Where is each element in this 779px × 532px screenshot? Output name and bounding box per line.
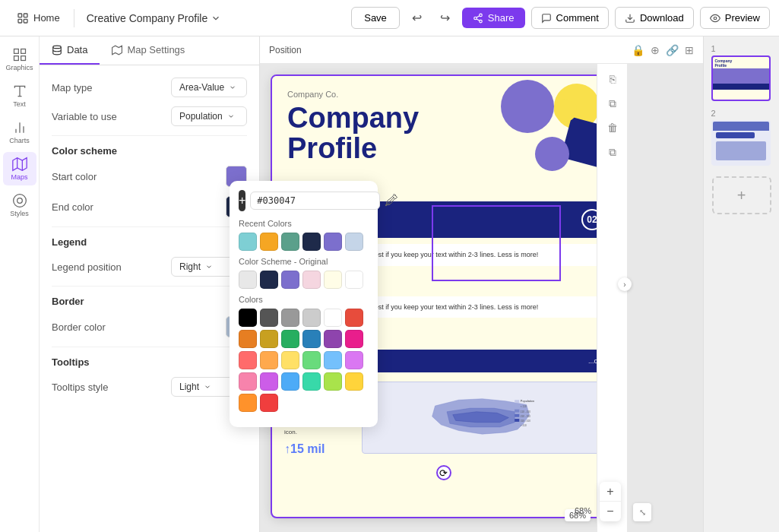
recent-color-dot[interactable] (260, 233, 278, 251)
svg-point-5 (474, 17, 477, 20)
palette-color-dot[interactable] (324, 351, 342, 369)
sidebar-item-styles[interactable]: Styles (3, 188, 36, 222)
lock-icon[interactable]: 🔒 (632, 44, 644, 56)
download-button[interactable]: Download (615, 7, 694, 29)
palette-color-dot[interactable] (302, 372, 321, 391)
variable-dropdown[interactable]: Population (171, 106, 247, 126)
palette-color-dot[interactable] (260, 351, 278, 369)
align-icon[interactable]: ⊕ (651, 44, 660, 56)
border-title: Border (52, 296, 247, 307)
chevron-down-icon (211, 13, 221, 24)
layers-icon[interactable]: ⧉ (602, 141, 623, 163)
palette-color-dot[interactable] (324, 330, 342, 348)
grid-icon[interactable]: ⊞ (685, 44, 694, 56)
preview-button[interactable]: Preview (700, 7, 770, 29)
color-scheme-title: Color scheme (52, 145, 247, 157)
chevron-icon (229, 84, 236, 91)
thumb-2[interactable]: 2 (711, 109, 772, 166)
palette-color-dot[interactable] (345, 372, 363, 391)
map-type-dropdown[interactable]: Area-Value (171, 78, 247, 97)
recent-color-dot[interactable] (281, 233, 299, 251)
home-button[interactable]: Home (9, 8, 68, 29)
recent-color-dot[interactable] (345, 233, 363, 251)
collapse-panel-arrow[interactable]: › (618, 277, 632, 291)
svg-point-6 (480, 20, 483, 23)
settings-panel: Data Map Settings Map type Area-Value Va… (40, 36, 260, 532)
palette-color-dot[interactable] (345, 351, 363, 369)
scheme-color-dot[interactable] (324, 271, 342, 289)
palette-color-dot[interactable] (239, 372, 257, 391)
zoom-out-button[interactable]: − (600, 502, 621, 521)
share-button[interactable]: Share (462, 8, 525, 28)
thumb-1-img[interactable]: CompanyProfile (711, 55, 771, 101)
sidebar-item-graphics[interactable]: Graphics (3, 43, 36, 76)
position-label: Position (269, 45, 302, 55)
sidebar-item-maps[interactable]: Maps (3, 152, 36, 185)
variable-label: Variable to use (52, 111, 117, 122)
copy-icon[interactable]: ⎘ (602, 68, 623, 90)
palette-color-dot[interactable] (260, 309, 278, 327)
palette-color-dot[interactable] (239, 394, 257, 412)
comment-icon (541, 13, 552, 24)
save-button[interactable]: Save (351, 7, 400, 29)
hex-input[interactable] (250, 192, 380, 210)
document-title[interactable]: Creative Company Profile (81, 9, 228, 27)
comment-button[interactable]: Comment (531, 7, 609, 29)
scheme-color-dot[interactable] (281, 271, 299, 289)
recent-color-dot[interactable] (239, 233, 257, 251)
palette-color-dot[interactable] (324, 309, 342, 327)
palette-color-dot[interactable] (281, 330, 299, 348)
tooltips-style-row: Tooltips style Light (52, 377, 247, 397)
palette-color-dot[interactable] (302, 309, 321, 327)
eyedropper-icon[interactable]: 🖉 (385, 193, 398, 209)
palette-color-dot[interactable] (345, 309, 363, 327)
start-color-label: Start color (52, 171, 97, 182)
thumb-2-num: 2 (711, 109, 772, 118)
palette-color-dot[interactable] (239, 330, 257, 348)
sidebar-item-text[interactable]: Text (3, 79, 36, 112)
svg-marker-26 (112, 46, 122, 55)
duplicate-icon[interactable]: ⧉ (602, 93, 623, 114)
picker-plus-btn[interactable]: + (239, 190, 245, 211)
graphics-icon (12, 47, 27, 62)
trash-icon[interactable]: 🗑 (602, 117, 623, 138)
position-bar: Position 🔒 ⊕ 🔗 ⊞ (260, 36, 703, 64)
palette-color-dot[interactable] (345, 330, 363, 348)
palette-color-dot[interactable] (239, 309, 257, 327)
topbar-divider (74, 9, 74, 27)
zoom-in-button[interactable]: + (600, 482, 621, 502)
palette-color-dot[interactable] (281, 351, 299, 369)
palette-color-dot[interactable] (302, 330, 321, 348)
border-color-label: Border color (52, 321, 106, 333)
tab-data[interactable]: Data (40, 36, 100, 65)
palette-color-dot[interactable] (324, 372, 342, 391)
tab-map-settings[interactable]: Map Settings (100, 36, 197, 65)
add-slide-button[interactable]: + (712, 176, 771, 214)
scheme-color-dot[interactable] (302, 271, 321, 289)
amount-2: ↑15 mil (284, 442, 353, 456)
picker-top-row: + 🖉 (239, 190, 369, 211)
thumb-2-img[interactable] (711, 120, 771, 166)
svg-rect-31 (515, 414, 519, 417)
sidebar-item-charts[interactable]: Charts (3, 116, 36, 149)
undo-button[interactable]: ↩ (406, 6, 428, 30)
map-type-row: Map type Area-Value (52, 78, 247, 97)
svg-text:> 410: > 410 (521, 424, 527, 427)
palette-color-dot[interactable] (281, 309, 299, 327)
palette-color-dot[interactable] (260, 394, 278, 412)
recent-color-dot[interactable] (302, 233, 321, 251)
expand-icon[interactable]: ⤡ (633, 503, 651, 521)
palette-color-dot[interactable] (260, 372, 278, 391)
scheme-color-dot[interactable] (239, 271, 257, 289)
scheme-color-dot[interactable] (260, 271, 278, 289)
palette-color-dot[interactable] (239, 351, 257, 369)
palette-color-dot[interactable] (281, 372, 299, 391)
redo-button[interactable]: ↪ (434, 6, 456, 30)
thumb-1[interactable]: 1 CompanyProfile (711, 44, 772, 101)
palette-color-dot[interactable] (302, 351, 321, 369)
recent-color-dot[interactable] (324, 233, 342, 251)
color-picker-popup: + 🖉 Recent Colors Color Scheme - Origina… (230, 181, 378, 427)
scheme-color-dot[interactable] (345, 271, 363, 289)
palette-color-dot[interactable] (260, 330, 278, 348)
link-icon[interactable]: 🔗 (666, 44, 679, 56)
